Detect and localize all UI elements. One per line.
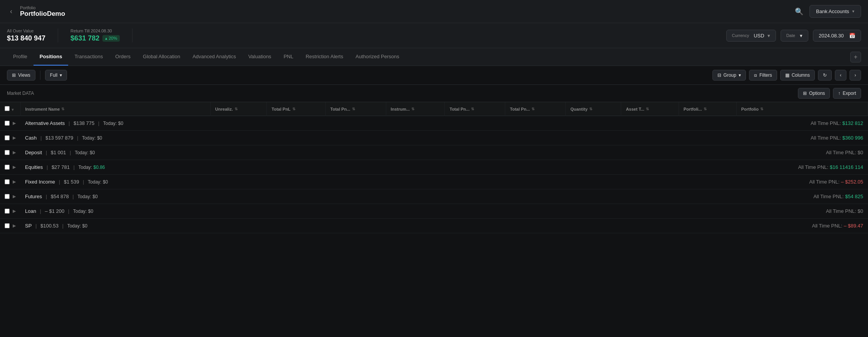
row-checkbox[interactable] [5, 135, 10, 140]
select-all-checkbox[interactable] [5, 106, 10, 111]
th-quantity[interactable]: Quantity ⇅ [566, 102, 621, 116]
row-instrument-col [386, 189, 445, 204]
row-expand-col[interactable]: ▶ [0, 219, 20, 233]
add-tab-button[interactable]: + [850, 52, 861, 62]
table-row[interactable]: ▶ Deposit | $1 001 | Today: $0 All Time … [0, 145, 868, 160]
th-instrument[interactable]: Instrum... ⇅ [386, 102, 445, 116]
views-button[interactable]: ⊞ Views [7, 70, 35, 81]
table-row[interactable]: ▶ Cash | $13 597 879 | Today: $0 All Tim… [0, 131, 868, 145]
row-total-pn2-col [325, 160, 386, 175]
th-portfolio1[interactable]: Portfoli... ⇅ [679, 102, 737, 116]
row-total-pn2-col [325, 175, 386, 189]
row-quantity-col [566, 116, 621, 131]
th-total-pn4[interactable]: Total Pn... ⇅ [505, 102, 566, 116]
row-expand-col[interactable]: ▶ [0, 175, 20, 189]
th-quantity-label: Quantity [570, 107, 588, 111]
row-checkbox[interactable] [5, 209, 10, 214]
row-separator2: | [77, 135, 78, 141]
row-expand-col[interactable]: ▶ [0, 145, 20, 160]
row-checkbox[interactable] [5, 223, 10, 228]
row-total-pn3-col [445, 175, 505, 189]
row-expand-col[interactable]: ▶ [0, 116, 20, 131]
row-expand-col[interactable]: ▶ [0, 189, 20, 204]
table-row[interactable]: ▶ Fixed Income | $1 539 | Today: $0 All … [0, 175, 868, 189]
row-total-pn3-col [445, 160, 505, 175]
row-instrument-name: SP [25, 223, 32, 229]
back-button[interactable]: ‹ [7, 6, 15, 17]
tab-authorized-persons[interactable]: Authorized Persons [349, 48, 405, 66]
row-total-pnl-col [267, 160, 326, 175]
views-full-button[interactable]: Full ▾ [45, 70, 67, 81]
row-asset-type-col [621, 131, 679, 145]
expand-icon[interactable]: ▶ [13, 135, 16, 140]
tab-transactions[interactable]: Transactions [68, 48, 109, 66]
tab-pnl[interactable]: PNL [277, 48, 299, 66]
table-header-row: ▼ Instrument Name ⇅ Unrealiz. ⇅ [0, 102, 868, 116]
th-portfolio1-label: Portfoli... [684, 107, 702, 111]
th-instrument-name[interactable]: Instrument Name ⇅ [20, 102, 210, 116]
bank-accounts-button[interactable]: Bank Accounts ▾ [809, 5, 861, 18]
table-row[interactable]: ▶ Equities | $27 781 | Today: $0.86 All … [0, 160, 868, 175]
expand-icon[interactable]: ▶ [13, 209, 16, 214]
row-today-label: Today: [103, 121, 117, 126]
tab-positions[interactable]: Positions [34, 48, 69, 66]
th-total-pn2[interactable]: Total Pn... ⇅ [325, 102, 386, 116]
refresh-button[interactable]: ↻ [818, 70, 832, 81]
row-unrealized-col [210, 160, 266, 175]
next-button[interactable]: › [850, 70, 861, 81]
tab-global-allocation[interactable]: Global Allocation [137, 48, 186, 66]
row-separator: | [69, 120, 70, 126]
row-checkbox[interactable] [5, 121, 10, 126]
tab-profile[interactable]: Profile [7, 48, 34, 66]
columns-button[interactable]: ▦ Columns [780, 70, 815, 81]
row-all-time-col: All Time PNL: – $252.05 [736, 175, 868, 189]
expand-icon[interactable]: ▶ [13, 223, 16, 228]
tab-restriction-alerts[interactable]: Restriction Alerts [300, 48, 350, 66]
filters-button[interactable]: ⧈ Filters [749, 70, 777, 81]
table-row[interactable]: ▶ SP | $100.53 | Today: $0 All Time PNL:… [0, 219, 868, 233]
expand-icon[interactable]: ▶ [13, 165, 16, 170]
return-value: $631 782 [70, 34, 99, 42]
group-icon: ⊟ [717, 72, 721, 78]
table-row[interactable]: ▶ Futures | $54 878 | Today: $0 All Time… [0, 189, 868, 204]
export-button[interactable]: ↑ Export [833, 88, 861, 99]
th-portfolio2[interactable]: Portfolio ⇅ [736, 102, 868, 116]
th-total-pn3[interactable]: Total Pn... ⇅ [445, 102, 505, 116]
th-unrealized[interactable]: Unrealiz. ⇅ [210, 102, 266, 116]
date-selector[interactable]: Date ▾ [781, 30, 808, 42]
row-checkbox[interactable] [5, 165, 10, 170]
tab-orders[interactable]: Orders [109, 48, 137, 66]
expand-icon[interactable]: ▶ [13, 150, 16, 155]
row-value: $1 001 [51, 150, 66, 155]
calendar-icon: 📅 [849, 33, 855, 39]
tab-advanced-analytics[interactable]: Advanced Analytics [186, 48, 242, 66]
expand-icon[interactable]: ▶ [13, 121, 16, 126]
row-expand-col[interactable]: ▶ [0, 131, 20, 145]
currency-selector[interactable]: Currency USD ▾ [726, 30, 776, 42]
top-bar: ‹ Portfolio PortfolioDemo 🔍 Bank Account… [0, 0, 868, 23]
portfolio-category: Portfolio [20, 5, 793, 10]
table-row[interactable]: ▶ Loan | – $1 200 | Today: $0 All Time P… [0, 204, 868, 219]
table-row[interactable]: ▶ Alternative Assets | $138 775 | Today:… [0, 116, 868, 131]
th-total-pnl[interactable]: Total PnL ⇅ [267, 102, 326, 116]
row-checkbox[interactable] [5, 179, 10, 184]
row-checkbox[interactable] [5, 194, 10, 199]
th-asset-type[interactable]: Asset T... ⇅ [621, 102, 679, 116]
all-time-value: – $89.47 [844, 223, 863, 229]
date-display[interactable]: 2024.08.30 📅 [813, 30, 861, 42]
row-value: $100.53 [40, 223, 59, 229]
tab-valuations[interactable]: Valuations [242, 48, 278, 66]
row-expand-col[interactable]: ▶ [0, 204, 20, 219]
expand-icon[interactable]: ▶ [13, 194, 16, 199]
expand-icon[interactable]: ▶ [13, 179, 16, 184]
row-expand-col[interactable]: ▶ [0, 160, 20, 175]
date-chevron-icon: ▾ [800, 33, 803, 39]
options-button[interactable]: ⊞ Options [798, 88, 830, 99]
search-button[interactable]: 🔍 [793, 6, 805, 17]
prev-button[interactable]: ‹ [835, 70, 846, 81]
row-separator: | [40, 135, 42, 141]
group-button[interactable]: ⊟ Group ▾ [712, 70, 746, 81]
row-checkbox[interactable] [5, 150, 10, 155]
sort-icon-instrument2: ⇅ [411, 107, 414, 111]
all-over-value-stat: All Over Value $13 840 947 [7, 29, 58, 42]
